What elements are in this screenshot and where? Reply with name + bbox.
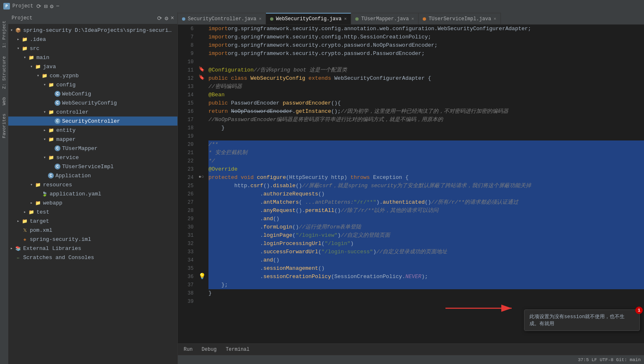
tree-item[interactable]: CApplication bbox=[8, 171, 177, 180]
gutter-icon[interactable]: 🔖 bbox=[199, 75, 205, 81]
tree-item[interactable]: CWebConfig bbox=[8, 89, 177, 98]
tree-item-label: TUserServiceImpl bbox=[62, 164, 174, 170]
tab-close-button[interactable]: × bbox=[412, 17, 414, 21]
editor-tab[interactable]: TUserServiceImpl.java× bbox=[419, 13, 501, 24]
gutter-cell: 💡 bbox=[199, 273, 207, 281]
tree-item-icon: 📁 bbox=[35, 63, 41, 70]
tree-item[interactable]: ▾📁resources bbox=[8, 180, 177, 189]
tree-item[interactable]: ▾📁src bbox=[8, 44, 177, 53]
tree-item[interactable]: 🍃application.yaml bbox=[8, 189, 177, 198]
tree-item[interactable]: CWebSecurityConfig bbox=[8, 98, 177, 107]
tree-item[interactable]: ✏Scratches and Consoles bbox=[8, 253, 177, 262]
code-lines: import org.springframework.security.conf… bbox=[207, 25, 644, 343]
tab-label: WebSecurityConfig.java bbox=[276, 16, 341, 22]
gutter-cell bbox=[199, 50, 207, 58]
line-number: 14 bbox=[178, 91, 194, 99]
line-number: 27 bbox=[178, 198, 194, 207]
gutter-cell bbox=[199, 140, 207, 149]
gutter-cell bbox=[199, 248, 207, 256]
tree-item[interactable]: ▾📁com.yzpnb bbox=[8, 71, 177, 80]
tree-item-icon: 📦 bbox=[15, 27, 22, 33]
bottom-tab-debug[interactable]: Debug bbox=[198, 346, 221, 353]
editor-tab[interactable]: WebSecurityConfig.java× bbox=[266, 13, 351, 24]
code-line: public PasswordEncoder passwordEncoder()… bbox=[208, 99, 644, 107]
tab-close-button[interactable]: × bbox=[493, 17, 496, 21]
tree-item-icon: 📁 bbox=[22, 218, 28, 224]
tree-item[interactable]: ▾📁mapper bbox=[8, 135, 177, 144]
editor-area: SecurityController.java×WebSecurityConfi… bbox=[178, 12, 644, 364]
tree-item[interactable]: ▸📁test bbox=[8, 207, 177, 216]
tree-item[interactable]: ▸📁target bbox=[8, 216, 177, 226]
tree-item-label: entity bbox=[56, 127, 174, 133]
gutter-cell bbox=[199, 91, 207, 99]
tree-item-label: service bbox=[56, 155, 174, 161]
tree-item-label: TUserMapper bbox=[62, 145, 174, 152]
bottom-tab-terminal[interactable]: Terminal bbox=[222, 346, 254, 353]
gutter-cell bbox=[199, 83, 207, 91]
title-bar-icons: ⟳ ⊟ ⚙ − bbox=[36, 3, 59, 10]
tree-item[interactable]: ▾📁java bbox=[8, 62, 177, 71]
tree-item-icon: 📁 bbox=[48, 109, 55, 115]
tree-item[interactable]: ▾📁config bbox=[8, 80, 177, 89]
tree-item-label: webapp bbox=[43, 200, 174, 206]
tree-item[interactable]: ◈spring-security.iml bbox=[8, 235, 177, 244]
title-bar-left: P Project bbox=[3, 3, 33, 10]
tree-item[interactable]: ▸📁webapp bbox=[8, 198, 177, 207]
tree-item[interactable]: ▸📁.idea bbox=[8, 35, 177, 44]
favorites-tab-vertical[interactable]: Favorites bbox=[2, 114, 7, 138]
tree-arrow-icon: ▾ bbox=[35, 73, 41, 78]
panel-settings-icon[interactable]: ⚙ bbox=[165, 15, 168, 22]
main-layout: 1: Project Z: Structure Web Favorites Pr… bbox=[0, 12, 644, 364]
tree-item[interactable]: CTUserMapper bbox=[8, 144, 177, 153]
tree-item[interactable]: CSecurityController bbox=[8, 117, 177, 126]
gutter-cell bbox=[199, 240, 207, 248]
tab-close-button[interactable]: × bbox=[344, 17, 347, 21]
tree-item[interactable]: CTUserServiceImpl bbox=[8, 162, 177, 171]
line-number: 16 bbox=[178, 107, 194, 116]
layout-icon[interactable]: ⊟ bbox=[44, 3, 47, 10]
tree-item-label: spring-security.iml bbox=[30, 236, 174, 243]
editor-tab[interactable]: TUserMapper.java× bbox=[351, 13, 419, 24]
tree-item-label: SecurityController bbox=[62, 118, 174, 124]
tree-item[interactable]: ▾📦spring-security D:\IdeaProjects\spring… bbox=[8, 26, 177, 35]
tab-close-button[interactable]: × bbox=[259, 17, 262, 21]
code-line: //密码编码器 bbox=[208, 83, 644, 91]
tooltip-badge: 1 bbox=[635, 307, 643, 314]
tree-item[interactable]: ▸📚External Libraries bbox=[8, 244, 177, 253]
minimize-icon[interactable]: − bbox=[56, 3, 59, 10]
settings-icon[interactable]: ⚙ bbox=[50, 3, 53, 10]
tree-item-icon: 📁 bbox=[48, 154, 55, 161]
tree-arrow-icon: ▸ bbox=[22, 209, 28, 214]
tree-item[interactable]: ▾📁controller bbox=[8, 107, 177, 117]
project-tab-vertical[interactable]: 1: Project bbox=[2, 21, 7, 48]
tree-arrow-icon: ▸ bbox=[15, 219, 22, 224]
code-editor[interactable]: 6789101112131415161718192021222324252627… bbox=[178, 25, 644, 343]
code-line bbox=[208, 297, 644, 306]
panel-close-icon[interactable]: × bbox=[171, 15, 174, 21]
gutter-cell bbox=[199, 231, 207, 240]
lightbulb-icon[interactable]: 💡 bbox=[199, 273, 206, 280]
line-number: 26 bbox=[178, 190, 194, 198]
editor-tab[interactable]: SecurityController.java× bbox=[178, 13, 266, 24]
code-line: public class WebSecurityConfig extends W… bbox=[208, 74, 644, 83]
web-tab-vertical[interactable]: Web bbox=[2, 97, 7, 105]
structure-tab-vertical[interactable]: Z: Structure bbox=[2, 56, 7, 89]
gutter-cell bbox=[199, 25, 207, 33]
code-line: @Override bbox=[208, 165, 644, 174]
line-number: 38 bbox=[178, 289, 194, 297]
tree-item[interactable]: ▾📁main bbox=[8, 53, 177, 62]
tree-item[interactable]: ▸📁entity bbox=[8, 126, 177, 135]
line-number: 29 bbox=[178, 215, 194, 223]
line-number: 31 bbox=[178, 231, 194, 240]
tree-arrow-icon: ▾ bbox=[41, 137, 48, 142]
bottom-tab-run[interactable]: Run bbox=[180, 346, 197, 353]
panel-sync-icon[interactable]: ⟳ bbox=[157, 15, 162, 22]
tree-item-icon: C bbox=[55, 118, 60, 124]
gutter-icon[interactable]: 🔖 bbox=[199, 67, 205, 72]
line-number: 33 bbox=[178, 248, 194, 256]
tree-item[interactable]: 𝕏pom.xml bbox=[8, 226, 177, 235]
tab-label: TUserMapper.java bbox=[361, 16, 409, 22]
tree-item[interactable]: ▾📁service bbox=[8, 153, 177, 162]
tree-item-icon: 📁 bbox=[35, 181, 41, 188]
sync-icon[interactable]: ⟳ bbox=[36, 3, 41, 10]
